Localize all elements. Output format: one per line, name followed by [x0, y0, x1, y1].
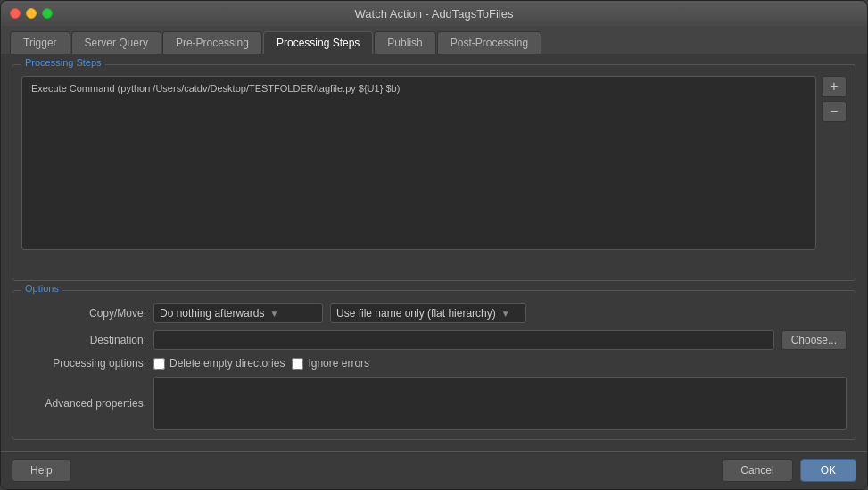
processing-options-label: Processing options:	[21, 357, 146, 370]
bottom-bar: Help Cancel OK	[1, 451, 867, 489]
advanced-properties-row: Advanced properties:	[21, 377, 847, 430]
delete-empty-dirs-text: Delete empty directories	[169, 357, 285, 370]
add-step-button[interactable]: +	[822, 76, 847, 97]
processing-options-row: Processing options: Delete empty directo…	[21, 357, 847, 370]
destination-input[interactable]	[153, 330, 774, 350]
delete-empty-dirs-checkbox-label[interactable]: Delete empty directories	[153, 357, 285, 370]
options-label: Options	[21, 283, 62, 294]
processing-steps-group: Processing Steps Execute Command (python…	[12, 64, 856, 281]
maximize-button[interactable]	[42, 8, 53, 19]
options-grid: Copy/Move: Do nothing afterwards ▼ Use f…	[21, 303, 847, 430]
copy-move-dropdown[interactable]: Do nothing afterwards ▼	[153, 303, 323, 323]
traffic-lights	[10, 8, 53, 19]
tab-trigger[interactable]: Trigger	[10, 31, 70, 54]
steps-list[interactable]: Execute Command (python /Users/catdv/Des…	[21, 76, 816, 250]
advanced-properties-label: Advanced properties:	[21, 397, 146, 410]
copy-move-value: Do nothing afterwards	[160, 307, 264, 320]
cancel-button[interactable]: Cancel	[722, 459, 792, 482]
ignore-errors-checkbox[interactable]	[292, 358, 303, 370]
destination-row: Destination: Choose...	[21, 330, 847, 350]
tab-pre-processing[interactable]: Pre-Processing	[162, 31, 262, 54]
ignore-errors-text: Ignore errors	[308, 357, 369, 370]
main-content: Processing Steps Execute Command (python…	[1, 54, 867, 451]
copy-move-arrow-icon: ▼	[269, 309, 278, 319]
step-item[interactable]: Execute Command (python /Users/catdv/Des…	[26, 80, 812, 96]
close-button[interactable]	[10, 8, 21, 19]
tab-processing-steps[interactable]: Processing Steps	[263, 31, 373, 54]
advanced-properties-textarea[interactable]	[153, 377, 847, 430]
minimize-button[interactable]	[26, 8, 37, 19]
window-title: Watch Action - AddTagsToFiles	[355, 7, 514, 21]
tab-publish[interactable]: Publish	[374, 31, 435, 54]
remove-step-button[interactable]: −	[822, 101, 847, 122]
hierarchy-dropdown[interactable]: Use file name only (flat hierarchy) ▼	[330, 303, 526, 323]
destination-label: Destination:	[21, 334, 146, 346]
hierarchy-arrow-icon: ▼	[501, 309, 510, 319]
delete-empty-dirs-checkbox[interactable]	[153, 358, 165, 370]
copy-move-row: Copy/Move: Do nothing afterwards ▼ Use f…	[21, 303, 847, 323]
processing-steps-label: Processing Steps	[21, 57, 105, 68]
steps-buttons: + −	[822, 76, 847, 250]
help-button[interactable]: Help	[12, 459, 71, 482]
main-window: Watch Action - AddTagsToFiles Trigger Se…	[0, 0, 868, 490]
choose-button[interactable]: Choose...	[781, 330, 847, 350]
bottom-right-buttons: Cancel OK	[722, 459, 856, 482]
copy-move-label: Copy/Move:	[21, 307, 146, 320]
ignore-errors-checkbox-label[interactable]: Ignore errors	[292, 357, 369, 370]
hierarchy-value: Use file name only (flat hierarchy)	[336, 307, 496, 320]
options-group: Options Copy/Move: Do nothing afterwards…	[12, 290, 856, 440]
tab-bar: Trigger Server Query Pre-Processing Proc…	[1, 26, 867, 54]
tab-server-query[interactable]: Server Query	[71, 31, 161, 54]
ok-button[interactable]: OK	[800, 459, 856, 482]
tab-post-processing[interactable]: Post-Processing	[437, 31, 541, 54]
steps-list-container: Execute Command (python /Users/catdv/Des…	[21, 76, 847, 250]
title-bar: Watch Action - AddTagsToFiles	[1, 1, 867, 26]
